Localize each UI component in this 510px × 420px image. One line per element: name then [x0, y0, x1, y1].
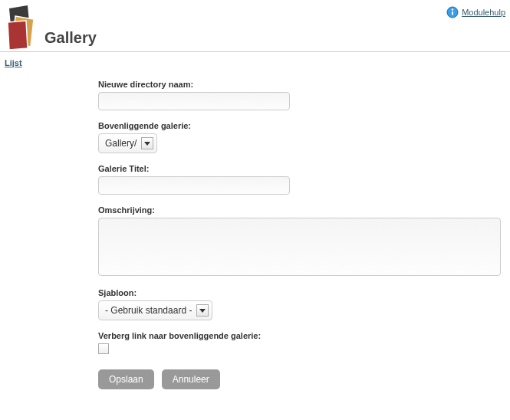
parent-gallery-selected: Gallery/ — [105, 138, 141, 149]
form-area: Nieuwe directory naam: Bovenliggende gal… — [0, 72, 510, 394]
field-description: Omschrijving: — [98, 205, 505, 277]
description-label: Omschrijving: — [98, 205, 505, 215]
parent-gallery-select[interactable]: Gallery/ — [98, 133, 157, 153]
page-title: Gallery — [44, 29, 97, 50]
field-gallery-title: Galerie Titel: — [98, 164, 505, 195]
list-link[interactable]: Lijst — [5, 58, 22, 67]
module-help-label: Modulehulp — [462, 8, 505, 17]
module-help-link[interactable]: Modulehulp — [446, 3, 505, 18]
nav-bar: Lijst — [0, 52, 510, 72]
hide-link-label: Verberg link naar bovenliggende galerie: — [98, 331, 505, 340]
chevron-down-icon — [196, 304, 209, 317]
field-template: Sjabloon: - Gebruik standaard - — [98, 288, 505, 320]
template-select[interactable]: - Gebruik standaard - — [98, 300, 212, 320]
template-selected: - Gebruik standaard - — [105, 305, 196, 316]
gallery-title-label: Galerie Titel: — [98, 164, 505, 173]
header-left: Gallery — [5, 5, 97, 50]
gallery-logo-icon — [5, 5, 41, 50]
field-directory-name: Nieuwe directory naam: — [98, 80, 505, 110]
field-parent-gallery: Bovenliggende galerie: Gallery/ — [98, 121, 505, 153]
cancel-button[interactable]: Annuleer — [162, 369, 220, 389]
directory-name-label: Nieuwe directory naam: — [98, 80, 505, 89]
page-header: Gallery Modulehulp — [0, 0, 510, 52]
svg-marker-2 — [8, 21, 28, 50]
directory-name-input[interactable] — [98, 92, 290, 110]
button-row: Opslaan Annuleer — [98, 369, 505, 389]
chevron-down-icon — [141, 137, 153, 149]
svg-rect-5 — [452, 11, 453, 15]
parent-gallery-label: Bovenliggende galerie: — [98, 121, 505, 130]
svg-point-4 — [452, 8, 453, 10]
hide-link-checkbox[interactable] — [98, 343, 109, 354]
save-button[interactable]: Opslaan — [98, 369, 154, 389]
gallery-title-input[interactable] — [98, 176, 290, 195]
field-hide-link: Verberg link naar bovenliggende galerie: — [98, 331, 505, 356]
info-icon — [446, 6, 459, 18]
description-textarea[interactable] — [98, 218, 501, 276]
template-label: Sjabloon: — [98, 288, 505, 297]
